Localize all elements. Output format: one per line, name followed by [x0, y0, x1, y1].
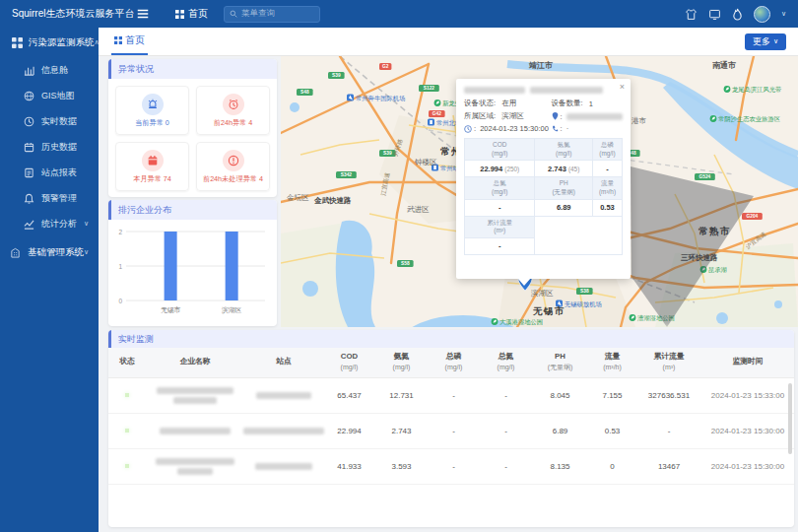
abnormal-grid: 当前异常 0前24h异常 4本月异常 74前24h未处理异常 4 [108, 79, 277, 197]
map-label: 常阴沙生态农业旅游区 [718, 115, 781, 123]
metric-value: 2.743 (45) [535, 161, 593, 177]
map-label: 常熟市 [698, 226, 731, 236]
table-row[interactable]: 41.9333.593--8.1350134672024-01-23 15:30… [108, 448, 794, 484]
sidebar-item-label: 统计分析 [41, 218, 77, 231]
realtime-table: 状态企业名称站点COD(mg/l)氨氮(mg/l)总磷(mg/l)总氮(mg/l… [108, 348, 794, 485]
monitor-time: 2024-01-23 15:30:00 [701, 448, 794, 484]
map-label: 无锡硕放机场 [565, 300, 602, 308]
map-label: 金坛区 [287, 193, 309, 202]
column-header: 流量(m³/h) [588, 348, 636, 377]
realtime-panel-title: 实时监测 [108, 330, 794, 348]
search-input[interactable]: 菜单查询 [224, 6, 320, 23]
breadcrumb[interactable]: 首页 [175, 7, 208, 21]
map-label: 钟楼区 [414, 158, 437, 166]
sidebar-item-label: 实时数据 [41, 115, 77, 128]
svg-text:S58: S58 [401, 261, 410, 266]
tab-home[interactable]: 首页 [111, 28, 148, 55]
abnormal-card-0[interactable]: 当前异常 0 [115, 86, 189, 135]
sidebar-item-warning[interactable]: 预警管理 [0, 185, 99, 211]
column-header: 氨氮(mg/l) [375, 348, 428, 377]
fullscreen-icon[interactable] [708, 8, 721, 21]
map-label: 靖江市 [528, 60, 553, 70]
close-icon[interactable]: × [620, 83, 625, 92]
sidebar-item-label: 预警管理 [41, 192, 77, 205]
total-flow-value: - [636, 413, 701, 448]
apps-icon [12, 37, 23, 48]
abnormal-card-2[interactable]: 本月异常 74 [115, 142, 189, 191]
svg-text:G2: G2 [382, 64, 389, 69]
flame-icon[interactable] [732, 8, 743, 21]
abnormal-card-label: 前24h异常 4 [214, 118, 253, 128]
map-label: 沪宜高速 [744, 230, 767, 250]
flow-value: 7.155 [588, 377, 636, 413]
globe-icon [24, 91, 34, 101]
metric-header: 流量(m³/h) [592, 177, 622, 199]
svg-text:0: 0 [118, 298, 122, 304]
map-label: 无锡市 [532, 305, 565, 316]
sidebar-item-report[interactable]: 站点报表 [0, 160, 99, 185]
column-header: 累计流量(m³) [636, 348, 701, 377]
metric-header: 总磷(mg/l) [592, 139, 622, 161]
sidebar-item-gis[interactable]: GIS地图 [0, 83, 99, 108]
column-header: 企业名称 [146, 348, 244, 377]
svg-text:S38: S38 [580, 289, 589, 294]
svg-text:S342: S342 [341, 172, 353, 177]
sidebar-item-stats[interactable]: 统计分析∨ [0, 211, 99, 236]
sidebar-item-base-system[interactable]: 基础管理系统∨ [0, 239, 99, 265]
hamburger-menu-icon[interactable] [136, 7, 150, 21]
sidebar-item-realtime[interactable]: 实时数据 [0, 108, 99, 134]
nh3-value: 3.593 [375, 448, 428, 484]
column-header: 站点 [244, 348, 323, 377]
enterprise-name-redacted [146, 377, 244, 413]
search-icon [230, 10, 237, 18]
alarmclock-icon [223, 94, 244, 115]
abnormal-card-label: 前24h未处理异常 4 [203, 174, 263, 184]
tab-bar: 首页 更多∨ [99, 28, 798, 56]
map-canvas[interactable]: S39G2S48S122G42S39G2S342S58S19G524G204S3… [281, 56, 798, 327]
report-icon [24, 167, 34, 178]
chart-icon [24, 65, 34, 76]
popup-info: 设备状态: 在用 设备数量: 1 所属区域: 滨湖区 : : 2024-01-2… [464, 99, 623, 133]
svg-text:2: 2 [118, 229, 122, 235]
region-value: 滨湖区 [501, 111, 524, 121]
total-flow-value: 327636.531 [636, 377, 701, 413]
map-label: 港市 [632, 116, 647, 125]
tp-value: - [428, 377, 480, 413]
chart-panel-title: 排污企业分布 [108, 200, 277, 220]
sidebar-item-label: 信息舱 [41, 64, 68, 77]
top-header: Squirrel生态环境云服务平台 首页 菜单查询 ∨ [0, 0, 798, 28]
tp-value: - [428, 448, 480, 484]
sidebar-group-pollution-monitor[interactable]: 污染源监测系统 ∧ [0, 28, 99, 57]
metric-value: - [465, 199, 535, 216]
metric-header: COD(mg/l) [465, 139, 535, 161]
abnormal-card-3[interactable]: 前24h未处理异常 4 [196, 142, 270, 191]
building-icon [10, 247, 21, 258]
monitor-time: 2024-01-23 15:33:00 [701, 377, 794, 413]
clock-icon [24, 116, 34, 127]
bar-chart: 210无锡市滨湖区 [108, 220, 277, 326]
chevron-down-icon: ∨ [773, 37, 778, 45]
sidebar-item-label: 基础管理系统 [28, 246, 84, 259]
ph-value: 6.89 [532, 413, 588, 448]
table-row[interactable]: 22.9942.743--6.890.53-2024-01-23 15:30:0… [108, 413, 794, 448]
chevron-down-icon: ∨ [84, 248, 89, 256]
sidebar-group-label: 污染源监测系统 [29, 36, 95, 49]
abnormal-status-panel: 异常状况 当前异常 0前24h异常 4本月异常 74前24h未处理异常 4 [108, 59, 277, 197]
chevron-down-icon[interactable]: ∨ [781, 10, 786, 18]
column-header: PH(无量纲) [532, 348, 588, 377]
table-row[interactable]: 65.43712.731--8.0457.155327636.5312024-0… [108, 377, 794, 413]
siren-icon [142, 94, 164, 115]
map-label: 漕湖湿地公园 [637, 314, 675, 322]
ph-value: 8.135 [532, 448, 588, 484]
table-scrollbar[interactable] [788, 383, 792, 454]
more-button[interactable]: 更多∨ [745, 33, 786, 50]
exclaim-icon [223, 150, 244, 171]
theme-shirt-icon[interactable] [685, 8, 698, 21]
sidebar-item-info[interactable]: 信息舱 [0, 57, 99, 83]
map-label: 大溪港湿地公园 [499, 318, 543, 326]
sidebar-item-history[interactable]: 历史数据 [0, 134, 99, 160]
abnormal-card-1[interactable]: 前24h异常 4 [196, 86, 270, 135]
tab-home-label: 首页 [125, 33, 145, 47]
user-avatar[interactable] [754, 6, 770, 23]
svg-text:滨湖区: 滨湖区 [222, 306, 242, 314]
